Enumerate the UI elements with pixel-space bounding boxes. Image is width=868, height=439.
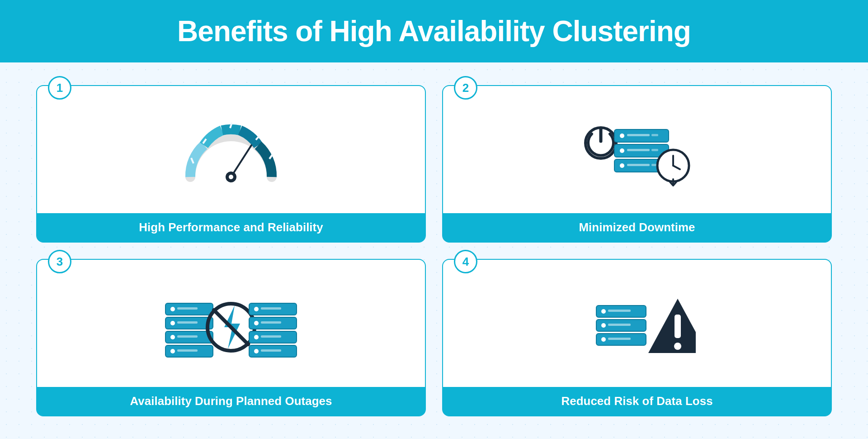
svg-rect-12 (651, 134, 658, 136)
svg-point-14 (620, 148, 624, 153)
card-number-4: 4 (454, 250, 477, 273)
card-number-3: 3 (48, 250, 71, 273)
svg-marker-61 (648, 299, 696, 353)
card-number-2: 2 (454, 76, 477, 100)
svg-rect-48 (261, 335, 281, 338)
svg-point-18 (620, 163, 624, 168)
svg-rect-19 (627, 164, 650, 166)
svg-rect-11 (627, 134, 650, 136)
svg-rect-27 (177, 307, 198, 310)
page-wrapper: Benefits of High Availability Clustering… (0, 0, 868, 439)
svg-rect-30 (177, 321, 198, 324)
svg-point-7 (229, 175, 233, 179)
header: Benefits of High Availability Clustering (0, 0, 868, 62)
svg-rect-42 (261, 307, 281, 310)
planned-outages-icon (161, 290, 301, 362)
svg-line-5 (231, 145, 251, 177)
svg-point-59 (601, 337, 606, 342)
card-3-icon-area (37, 260, 425, 387)
card-4: 4 (442, 259, 832, 416)
page-title: Benefits of High Availability Clustering (27, 14, 841, 48)
card-1-label: High Performance and Reliability (37, 213, 425, 242)
svg-point-63 (674, 343, 681, 350)
svg-rect-60 (608, 338, 631, 340)
svg-rect-16 (651, 149, 658, 151)
svg-point-35 (170, 349, 175, 353)
svg-rect-33 (177, 335, 198, 338)
svg-point-53 (601, 309, 606, 314)
svg-point-56 (601, 323, 606, 328)
svg-point-10 (620, 134, 624, 138)
svg-rect-54 (608, 310, 631, 312)
svg-point-41 (254, 307, 259, 311)
svg-point-26 (170, 307, 175, 311)
card-2: 2 (442, 85, 832, 243)
main-content: 1 (0, 62, 868, 439)
card-2-icon-area (443, 86, 831, 213)
svg-rect-57 (608, 324, 631, 326)
speedometer-icon (181, 118, 281, 186)
card-4-label: Reduced Risk of Data Loss (443, 387, 831, 415)
card-2-label: Minimized Downtime (443, 213, 831, 242)
svg-rect-51 (261, 349, 281, 352)
svg-rect-62 (675, 315, 681, 338)
card-3-label: Availability During Planned Outages (37, 387, 425, 415)
svg-rect-36 (177, 349, 198, 352)
card-3: 3 (36, 259, 426, 416)
data-loss-icon (578, 290, 696, 362)
svg-point-50 (254, 349, 259, 353)
svg-point-47 (254, 335, 259, 339)
card-1-icon-area (37, 86, 425, 213)
svg-rect-15 (627, 149, 650, 151)
svg-rect-45 (261, 321, 281, 324)
minimized-downtime-icon (574, 116, 700, 188)
card-4-icon-area (443, 260, 831, 387)
svg-point-29 (170, 321, 175, 325)
card-number-1: 1 (48, 76, 71, 100)
svg-point-32 (170, 335, 175, 339)
svg-point-44 (254, 321, 259, 325)
card-1: 1 (36, 85, 426, 243)
